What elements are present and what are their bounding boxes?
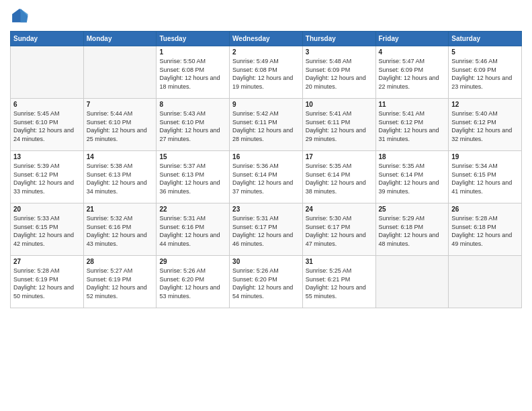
calendar-cell: 18Sunrise: 5:35 AMSunset: 6:14 PMDayligh… xyxy=(375,151,449,203)
calendar-cell xyxy=(83,46,157,99)
day-info: Sunrise: 5:31 AMSunset: 6:17 PMDaylight:… xyxy=(232,214,300,248)
calendar-cell: 4Sunrise: 5:47 AMSunset: 6:09 PMDaylight… xyxy=(375,46,449,99)
sunrise-text: Sunrise: 5:46 AM xyxy=(451,57,519,66)
sunrise-text: Sunrise: 5:49 AM xyxy=(232,57,300,66)
day-number: 19 xyxy=(451,153,519,161)
calendar-cell: 5Sunrise: 5:46 AMSunset: 6:09 PMDaylight… xyxy=(449,46,522,99)
day-number: 12 xyxy=(451,101,519,108)
sunset-text: Sunset: 6:14 PM xyxy=(306,171,373,179)
sunrise-text: Sunrise: 5:28 AM xyxy=(13,267,81,275)
sunset-text: Sunset: 6:14 PM xyxy=(232,171,300,179)
daylight-text: Daylight: 12 hours and 44 minutes. xyxy=(159,231,226,248)
day-number: 22 xyxy=(159,205,226,213)
sunset-text: Sunset: 6:14 PM xyxy=(379,171,446,179)
daylight-text: Daylight: 12 hours and 55 minutes. xyxy=(306,283,373,300)
sunrise-text: Sunrise: 5:41 AM xyxy=(306,109,373,118)
daylight-text: Daylight: 12 hours and 50 minutes. xyxy=(13,283,81,300)
day-info: Sunrise: 5:37 AMSunset: 6:13 PMDaylight:… xyxy=(159,162,226,195)
sunset-text: Sunset: 6:18 PM xyxy=(379,223,446,232)
day-number: 6 xyxy=(13,101,81,108)
day-info: Sunrise: 5:50 AMSunset: 6:08 PMDaylight:… xyxy=(159,57,226,91)
calendar-week-2: 6Sunrise: 5:45 AMSunset: 6:10 PMDaylight… xyxy=(11,99,522,151)
day-number: 5 xyxy=(451,48,519,56)
day-number: 3 xyxy=(306,48,373,56)
calendar-cell: 6Sunrise: 5:45 AMSunset: 6:10 PMDaylight… xyxy=(11,99,84,151)
calendar-cell: 29Sunrise: 5:26 AMSunset: 6:20 PMDayligh… xyxy=(157,256,230,308)
day-number: 8 xyxy=(159,101,226,108)
sunset-text: Sunset: 6:20 PM xyxy=(159,275,226,284)
day-number: 27 xyxy=(13,258,81,265)
sunset-text: Sunset: 6:12 PM xyxy=(379,118,446,127)
day-info: Sunrise: 5:31 AMSunset: 6:16 PMDaylight:… xyxy=(159,214,226,248)
day-info: Sunrise: 5:25 AMSunset: 6:21 PMDaylight:… xyxy=(306,267,373,300)
daylight-text: Daylight: 12 hours and 54 minutes. xyxy=(232,283,300,300)
daylight-text: Daylight: 12 hours and 31 minutes. xyxy=(379,126,446,143)
day-number: 9 xyxy=(232,101,300,108)
sunrise-text: Sunrise: 5:28 AM xyxy=(451,214,519,223)
day-info: Sunrise: 5:47 AMSunset: 6:09 PMDaylight:… xyxy=(379,57,446,91)
sunrise-text: Sunrise: 5:39 AM xyxy=(13,162,81,171)
day-header-tuesday: Tuesday xyxy=(157,32,230,46)
calendar: SundayMondayTuesdayWednesdayThursdayFrid… xyxy=(10,31,522,308)
sunrise-text: Sunrise: 5:37 AM xyxy=(159,162,226,171)
day-info: Sunrise: 5:43 AMSunset: 6:10 PMDaylight:… xyxy=(159,109,226,143)
sunrise-text: Sunrise: 5:35 AM xyxy=(379,162,446,171)
day-info: Sunrise: 5:35 AMSunset: 6:14 PMDaylight:… xyxy=(379,162,446,195)
sunrise-text: Sunrise: 5:30 AM xyxy=(306,214,373,223)
daylight-text: Daylight: 12 hours and 23 minutes. xyxy=(451,74,519,91)
calendar-cell: 10Sunrise: 5:41 AMSunset: 6:11 PMDayligh… xyxy=(302,99,375,151)
calendar-cell: 28Sunrise: 5:27 AMSunset: 6:19 PMDayligh… xyxy=(83,256,157,308)
sunset-text: Sunset: 6:13 PM xyxy=(87,171,154,179)
day-info: Sunrise: 5:44 AMSunset: 6:10 PMDaylight:… xyxy=(87,109,154,143)
sunrise-text: Sunrise: 5:48 AM xyxy=(306,57,373,66)
sunrise-text: Sunrise: 5:50 AM xyxy=(159,57,226,66)
calendar-cell xyxy=(11,46,84,99)
daylight-text: Daylight: 12 hours and 18 minutes. xyxy=(159,74,226,91)
daylight-text: Daylight: 12 hours and 47 minutes. xyxy=(306,231,373,248)
sunrise-text: Sunrise: 5:32 AM xyxy=(87,214,154,223)
sunset-text: Sunset: 6:20 PM xyxy=(232,275,300,284)
daylight-text: Daylight: 12 hours and 52 minutes. xyxy=(87,283,154,300)
calendar-cell: 8Sunrise: 5:43 AMSunset: 6:10 PMDaylight… xyxy=(157,99,230,151)
calendar-cell: 30Sunrise: 5:26 AMSunset: 6:20 PMDayligh… xyxy=(230,256,303,308)
daylight-text: Daylight: 12 hours and 42 minutes. xyxy=(13,231,81,248)
calendar-cell: 16Sunrise: 5:36 AMSunset: 6:14 PMDayligh… xyxy=(230,151,303,203)
sunset-text: Sunset: 6:17 PM xyxy=(232,223,300,232)
sunset-text: Sunset: 6:16 PM xyxy=(159,223,226,232)
daylight-text: Daylight: 12 hours and 38 minutes. xyxy=(306,179,373,195)
sunset-text: Sunset: 6:09 PM xyxy=(306,66,373,75)
daylight-text: Daylight: 12 hours and 25 minutes. xyxy=(87,126,154,143)
calendar-week-1: 1Sunrise: 5:50 AMSunset: 6:08 PMDaylight… xyxy=(11,46,522,99)
sunset-text: Sunset: 6:15 PM xyxy=(451,171,519,179)
sunset-text: Sunset: 6:19 PM xyxy=(13,275,81,284)
day-info: Sunrise: 5:30 AMSunset: 6:17 PMDaylight:… xyxy=(306,214,373,248)
day-number: 10 xyxy=(306,101,373,108)
logo xyxy=(10,7,32,26)
day-info: Sunrise: 5:42 AMSunset: 6:11 PMDaylight:… xyxy=(232,109,300,143)
day-number: 16 xyxy=(232,153,300,161)
sunrise-text: Sunrise: 5:38 AM xyxy=(87,162,154,171)
calendar-cell: 2Sunrise: 5:49 AMSunset: 6:08 PMDaylight… xyxy=(230,46,303,99)
day-number: 23 xyxy=(232,205,300,213)
day-info: Sunrise: 5:26 AMSunset: 6:20 PMDaylight:… xyxy=(232,267,300,300)
daylight-text: Daylight: 12 hours and 53 minutes. xyxy=(159,283,226,300)
sunrise-text: Sunrise: 5:31 AM xyxy=(232,214,300,223)
sunset-text: Sunset: 6:09 PM xyxy=(451,66,519,75)
day-info: Sunrise: 5:48 AMSunset: 6:09 PMDaylight:… xyxy=(306,57,373,91)
daylight-text: Daylight: 12 hours and 22 minutes. xyxy=(379,74,446,91)
day-info: Sunrise: 5:45 AMSunset: 6:10 PMDaylight:… xyxy=(13,109,81,143)
day-info: Sunrise: 5:49 AMSunset: 6:08 PMDaylight:… xyxy=(232,57,300,91)
calendar-cell: 25Sunrise: 5:29 AMSunset: 6:18 PMDayligh… xyxy=(375,203,449,256)
day-info: Sunrise: 5:35 AMSunset: 6:14 PMDaylight:… xyxy=(306,162,373,195)
day-number: 21 xyxy=(87,205,154,213)
sunset-text: Sunset: 6:21 PM xyxy=(306,275,373,284)
day-info: Sunrise: 5:34 AMSunset: 6:15 PMDaylight:… xyxy=(451,162,519,195)
calendar-header-row: SundayMondayTuesdayWednesdayThursdayFrid… xyxy=(11,32,522,46)
sunset-text: Sunset: 6:19 PM xyxy=(87,275,154,284)
calendar-cell: 11Sunrise: 5:41 AMSunset: 6:12 PMDayligh… xyxy=(375,99,449,151)
daylight-text: Daylight: 12 hours and 36 minutes. xyxy=(159,179,226,195)
sunset-text: Sunset: 6:12 PM xyxy=(13,171,81,179)
calendar-cell: 21Sunrise: 5:32 AMSunset: 6:16 PMDayligh… xyxy=(83,203,157,256)
day-info: Sunrise: 5:26 AMSunset: 6:20 PMDaylight:… xyxy=(159,267,226,300)
day-number: 25 xyxy=(379,205,446,213)
